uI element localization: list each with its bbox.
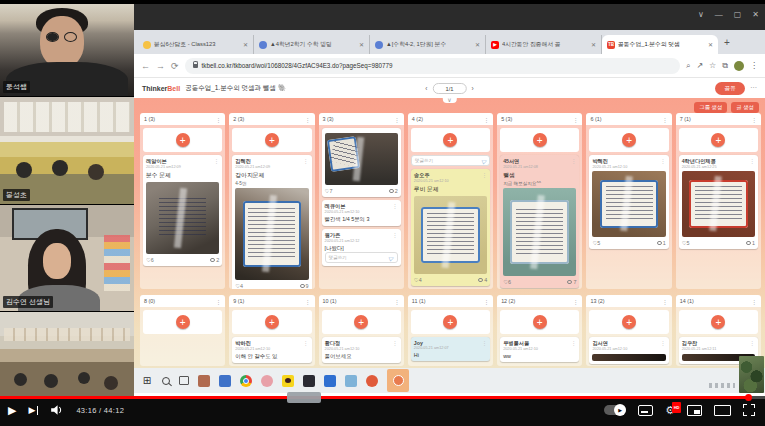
window-more-icon[interactable]: ∨ [698,10,704,19]
profile-avatar[interactable] [734,61,744,71]
app-orange-icon[interactable] [366,375,378,387]
column-menu-icon[interactable]: ⋮ [394,298,400,305]
card-menu-icon[interactable]: ⋮ [303,340,309,346]
add-post-button[interactable]: + [711,133,725,147]
like-count[interactable]: ♡6 [146,257,154,263]
share-button[interactable]: 공유 [715,82,745,95]
chrome-menu-icon[interactable]: ⋮ [750,61,758,70]
tab-close-icon[interactable]: ✕ [475,41,480,48]
comment-count[interactable]: 9 [300,283,309,289]
add-post-button[interactable]: + [443,133,457,147]
like-count[interactable]: ♡5 [682,240,690,246]
card-menu-icon[interactable]: ⋮ [392,203,398,209]
send-icon[interactable]: ▷ [480,156,487,164]
post-card[interactable]: 박하린2020.05.21 am12:10⋮이해 안 갈수도 있 [232,337,311,363]
refresh-icon[interactable]: ⟳ [171,61,179,71]
create-group-button[interactable]: 그룹 생성 [694,102,727,113]
column-menu-icon[interactable]: ⋮ [751,116,757,123]
like-count[interactable]: ♡4 [414,277,422,283]
bookmark-star-icon[interactable]: ☆ [709,61,716,70]
add-post-button[interactable]: + [176,133,190,147]
app-blue-icon[interactable] [324,375,336,387]
like-count[interactable]: ♡4 [235,283,243,289]
app-pink-icon[interactable] [261,375,273,387]
card-menu-icon[interactable]: ⋮ [392,232,398,238]
add-post-button[interactable]: + [622,315,636,329]
post-card[interactable]: 송오주2020.05.21 am12:10⋮루비 문제♡44 [411,169,490,286]
column-menu-icon[interactable]: ⋮ [572,116,578,123]
column-menu-icon[interactable]: ⋮ [662,298,668,305]
search-icon[interactable]: ⌕ [686,61,690,71]
add-post-button[interactable]: + [265,315,279,329]
column-menu-icon[interactable]: ⋮ [483,298,489,305]
settings-gear-icon[interactable]: ⚙HD [665,405,675,416]
send-icon[interactable]: ▷ [388,253,395,261]
kakaotalk-icon[interactable] [282,375,294,387]
miniplayer-icon[interactable] [687,405,702,416]
tab-close-icon[interactable]: ✕ [708,41,713,48]
card-menu-icon[interactable]: ⋮ [660,340,666,346]
column-menu-icon[interactable]: ⋮ [394,116,400,123]
post-card[interactable]: 뭥가즌2020.05.21 am12:12⋮[나왔다]댓글쓰기▷ [322,229,401,266]
task-view-button-icon[interactable] [179,376,189,385]
card-menu-icon[interactable]: ⋮ [571,158,577,164]
app-media-icon[interactable] [345,375,357,387]
post-card[interactable]: Joy2020.05.21 am12:07⋮Hi [411,337,490,361]
collapse-chevron-icon[interactable]: ∨ [442,97,456,103]
post-card[interactable]: 김서연2020.05.21 am12:10⋮ [589,337,668,364]
start-button-icon[interactable]: ⊞ [141,375,153,387]
browser-tab[interactable]: 봉심6산담호 - Class123✕ [138,35,254,54]
add-post-button[interactable]: + [711,315,725,329]
create-post-button[interactable]: 글 생성 [731,102,759,113]
post-card[interactable]: ♡72 [322,128,401,197]
column-menu-icon[interactable]: ⋮ [572,298,578,305]
column-menu-icon[interactable]: ⋮ [305,116,311,123]
like-count[interactable]: ♡6 [503,279,511,285]
column-menu-icon[interactable]: ⋮ [305,298,311,305]
add-post-button[interactable]: + [533,133,547,147]
tab-close-icon[interactable]: ✕ [591,41,596,48]
card-menu-icon[interactable]: ⋮ [214,158,220,164]
add-post-button[interactable]: + [176,315,190,329]
column-menu-icon[interactable]: ⋮ [662,116,668,123]
comment-count[interactable]: 1 [746,240,755,246]
share-icon[interactable]: ↗ [696,61,703,70]
play-button[interactable]: ▶ [8,405,16,416]
column-menu-icon[interactable]: ⋮ [751,298,757,305]
address-bar[interactable]: tkbell.co.kr/tkboard/woi/1068028/4GzfAC9… [185,58,680,74]
prev-page-icon[interactable]: ‹ [425,85,427,92]
comment-count[interactable]: 4 [478,277,487,283]
post-card[interactable]: 무병물서울2020.05.21 am12:10⋮ww [500,337,579,362]
post-card[interactable]: 레알이븐2020.05.21 am12:09⋮분수 문제♡62 [143,155,222,266]
app-window-icon[interactable] [219,375,231,387]
back-icon[interactable]: ← [141,61,150,71]
new-tab-button[interactable]: + [718,37,736,48]
seek-bar[interactable] [0,396,765,399]
post-card[interactable]: 4학년다인체콩2020.05.21 am12:25⋮♡51 [679,155,758,249]
app-chat-icon[interactable] [198,375,210,387]
card-menu-icon[interactable]: ⋮ [749,340,755,346]
card-menu-icon[interactable]: ⋮ [749,158,755,164]
subtitles-icon[interactable] [638,405,653,416]
post-card[interactable]: 박혜린2020.05.21 am12:10⋮♡51 [589,155,668,249]
seek-handle[interactable] [745,394,752,401]
like-count[interactable]: ♡7 [325,188,333,194]
card-menu-icon[interactable]: ⋮ [571,340,577,346]
tab-close-icon[interactable]: ✕ [243,41,248,48]
extensions-icon[interactable]: ⧉ [722,61,728,71]
app-dark-icon[interactable] [303,375,315,387]
add-post-button[interactable]: + [354,315,368,329]
tab-close-icon[interactable]: ✕ [359,41,364,48]
column-menu-icon[interactable]: ⋮ [215,298,221,305]
chrome-icon[interactable] [240,375,252,387]
browser-tab[interactable]: ▲[수학4-2, 1단원] 분수✕ [370,35,486,54]
window-maximize-button[interactable]: ▢ [734,10,742,19]
next-video-button[interactable]: ▶ [28,405,38,415]
fullscreen-icon[interactable] [743,404,755,416]
browser-tab[interactable]: ▲4학년2학기 수학 빙딩✕ [254,35,370,54]
card-menu-icon[interactable]: ⋮ [482,340,488,346]
comment-count[interactable]: 2 [389,188,398,194]
card-menu-icon[interactable]: ⋮ [660,158,666,164]
comment-input[interactable]: 댓글쓰기▷ [325,252,398,263]
browser-tab[interactable]: TB공동수업_1.분수의 덧셈✕ [602,35,718,54]
